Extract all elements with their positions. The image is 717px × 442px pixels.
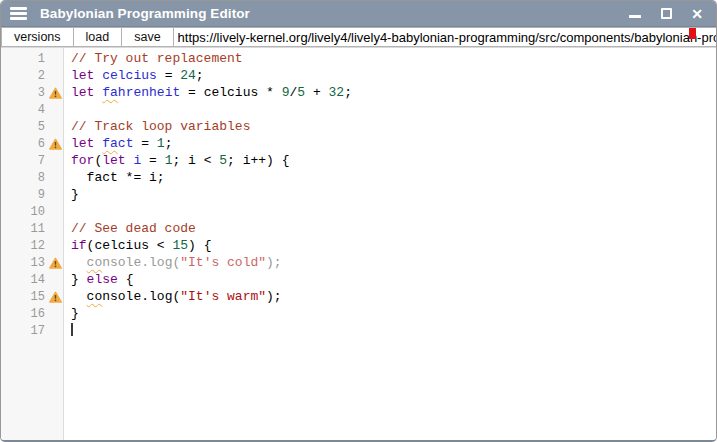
code-line: 15 console.log("It's warm");	[1, 288, 716, 305]
line-number: 1	[1, 52, 48, 66]
gutter-cell: 15	[1, 288, 65, 305]
minimize-button[interactable]	[628, 7, 642, 21]
app-window: Babylonian Programming Editor ✕ versions…	[0, 0, 717, 442]
line-number: 10	[1, 205, 48, 219]
minimize-icon	[629, 15, 641, 18]
code-line: 8 fact *= i;	[1, 169, 716, 186]
code-token: fa	[102, 136, 118, 151]
code-token: ) {	[188, 238, 211, 253]
line-number: 17	[1, 324, 48, 338]
code-token: }	[71, 306, 79, 321]
code-token: nsole.log(	[102, 289, 180, 304]
maximize-icon	[661, 8, 672, 19]
load-button[interactable]: load	[73, 27, 123, 47]
code-token: ; i++) {	[227, 153, 289, 168]
gutter-cell: 11	[1, 220, 65, 237]
versions-button[interactable]: versions	[1, 27, 74, 47]
code-token: ;	[196, 68, 204, 83]
line-number: 16	[1, 307, 48, 321]
code-token: +	[305, 85, 328, 100]
code-token: for	[71, 153, 94, 168]
code-token: }	[71, 187, 79, 202]
code-line: 4	[1, 101, 716, 118]
warning-icon[interactable]	[49, 87, 62, 99]
code-token: );	[266, 255, 282, 270]
code-token: ;	[165, 136, 173, 151]
code-token: if	[71, 238, 87, 253]
code-token	[71, 255, 87, 270]
code-line: 6let fact = 1;	[1, 135, 716, 152]
code-token: hrenheit	[118, 85, 180, 100]
line-number: 4	[1, 103, 48, 117]
text-cursor	[71, 323, 73, 336]
gutter-cell: 17	[1, 322, 65, 339]
code-line: 1// Try out replacement	[1, 50, 716, 67]
code-token: }	[71, 272, 87, 287]
title-bar: Babylonian Programming Editor ✕	[1, 1, 716, 27]
code-token: "It's cold"	[180, 255, 266, 270]
url-text-cursor	[689, 28, 696, 39]
code-token: fa	[102, 85, 118, 100]
gutter-cell: 4	[1, 101, 65, 118]
line-number: 12	[1, 239, 48, 253]
gutter-cell: 12	[1, 237, 65, 254]
line-number: 15	[1, 290, 48, 304]
code-token: // See dead code	[71, 221, 196, 236]
gutter-cell: 2	[1, 67, 65, 84]
code-token: nsole.log(	[102, 255, 180, 270]
code-token: ct	[118, 136, 134, 151]
code-token: else	[87, 272, 118, 287]
gutter-cell: 5	[1, 118, 65, 135]
gutter-cell: 6	[1, 135, 65, 152]
code-line: 16}	[1, 305, 716, 322]
gutter-cell: 10	[1, 203, 65, 220]
line-number: 14	[1, 273, 48, 287]
code-token: );	[266, 289, 282, 304]
gutter-cell: 13	[1, 254, 65, 271]
code-token: "It's warm"	[180, 289, 266, 304]
code-token: // Track loop variables	[71, 119, 250, 134]
maximize-button[interactable]	[659, 7, 673, 21]
code-line: 11// See dead code	[1, 220, 716, 237]
code-token: 5	[219, 153, 227, 168]
window-controls: ✕	[628, 7, 706, 21]
code-token: co	[87, 255, 103, 270]
code-token: co	[87, 289, 103, 304]
window-title: Babylonian Programming Editor	[40, 6, 250, 21]
gutter-cell: 1	[1, 50, 65, 67]
code-token: let	[71, 85, 94, 100]
close-button[interactable]: ✕	[690, 7, 704, 21]
hamburger-menu-icon[interactable]	[10, 7, 27, 20]
warning-icon[interactable]	[49, 291, 62, 303]
code-token: 32	[329, 85, 345, 100]
code-line: 5// Track loop variables	[1, 118, 716, 135]
warning-icon[interactable]	[49, 257, 62, 269]
code-token: {	[118, 272, 134, 287]
save-button[interactable]: save	[121, 27, 173, 47]
code-token: // Try out replacement	[71, 51, 243, 66]
code-line: 2let celcius = 24;	[1, 67, 716, 84]
line-number: 8	[1, 171, 48, 185]
gutter-cell: 7	[1, 152, 65, 169]
code-token: let	[71, 68, 94, 83]
line-number: 5	[1, 120, 48, 134]
code-lines: 1// Try out replacement2let celcius = 24…	[1, 50, 716, 339]
code-line: 13 console.log("It's cold");	[1, 254, 716, 271]
code-line: 7for(let i = 1; i < 5; i++) {	[1, 152, 716, 169]
code-editor[interactable]: 1// Try out replacement2let celcius = 24…	[1, 48, 716, 440]
toolbar: versions load save	[1, 27, 716, 48]
code-token: 5	[297, 85, 305, 100]
code-token: =	[141, 153, 164, 168]
line-number: 7	[1, 154, 48, 168]
code-token: let	[102, 153, 125, 168]
line-number: 3	[1, 86, 48, 100]
line-number: 2	[1, 69, 48, 83]
line-number: 9	[1, 188, 48, 202]
code-line: 3let fahrenheit = celcius * 9/5 + 32;	[1, 84, 716, 101]
code-token: 1	[157, 136, 165, 151]
gutter-cell: 3	[1, 84, 65, 101]
warning-icon[interactable]	[49, 138, 62, 150]
url-input[interactable]	[173, 29, 716, 47]
url-field-wrap	[173, 27, 716, 47]
code-line: 14} else {	[1, 271, 716, 288]
